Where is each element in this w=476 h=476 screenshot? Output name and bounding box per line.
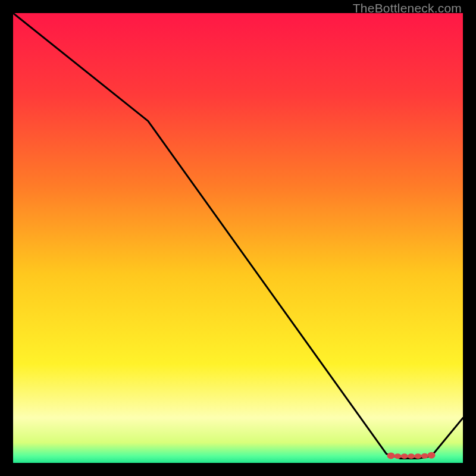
chart-background bbox=[13, 13, 463, 463]
chart-marker bbox=[428, 452, 436, 459]
chart-marker bbox=[408, 453, 415, 459]
chart-marker bbox=[401, 453, 408, 459]
chart-marker bbox=[414, 453, 421, 459]
chart-marker bbox=[387, 452, 395, 459]
chart-plot-area bbox=[13, 13, 463, 463]
chart-marker bbox=[394, 453, 401, 459]
chart-svg bbox=[13, 13, 463, 463]
chart-marker bbox=[421, 453, 428, 459]
